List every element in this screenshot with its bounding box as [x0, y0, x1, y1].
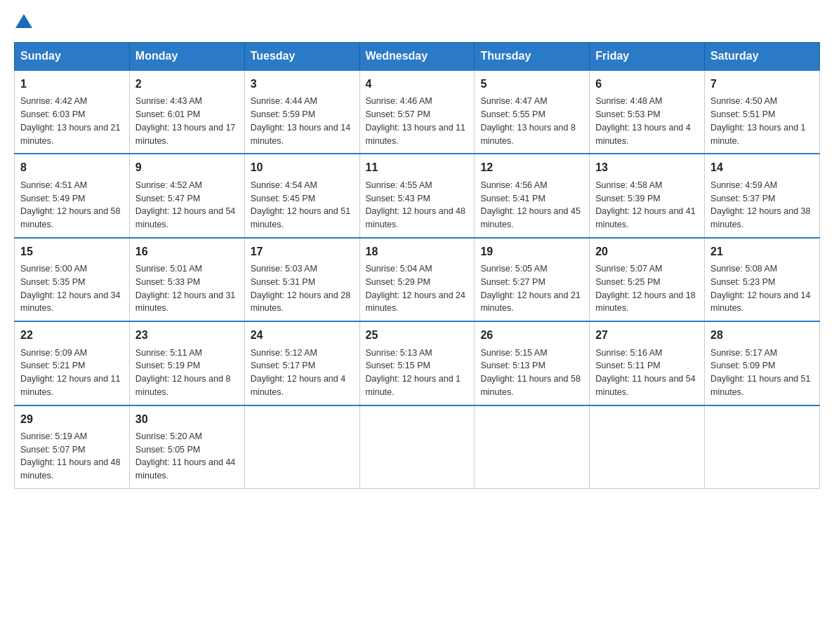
day-info: Sunrise: 4:48 AMSunset: 5:53 PMDaylight:…	[595, 96, 691, 145]
calendar-cell: 8 Sunrise: 4:51 AMSunset: 5:49 PMDayligh…	[15, 154, 130, 237]
calendar-cell	[244, 405, 359, 489]
day-number: 3	[251, 76, 354, 92]
calendar-cell: 2 Sunrise: 4:43 AMSunset: 6:01 PMDayligh…	[129, 70, 244, 154]
calendar-cell: 7 Sunrise: 4:50 AMSunset: 5:51 PMDayligh…	[705, 70, 820, 154]
header-sunday: Sunday	[15, 43, 130, 71]
day-number: 19	[480, 244, 583, 260]
header-friday: Friday	[590, 43, 705, 71]
day-number: 22	[20, 328, 124, 343]
day-number: 23	[135, 328, 239, 343]
calendar-cell: 13 Sunrise: 4:58 AMSunset: 5:39 PMDaylig…	[590, 154, 705, 237]
day-number: 25	[366, 328, 469, 343]
day-number: 30	[135, 412, 239, 427]
day-number: 17	[251, 244, 354, 260]
week-row-4: 22 Sunrise: 5:09 AMSunset: 5:21 PMDaylig…	[15, 321, 820, 405]
calendar-cell: 23 Sunrise: 5:11 AMSunset: 5:19 PMDaylig…	[129, 321, 244, 405]
calendar-cell	[475, 405, 590, 489]
day-info: Sunrise: 5:12 AMSunset: 5:17 PMDaylight:…	[251, 348, 346, 397]
day-number: 8	[20, 160, 124, 175]
day-info: Sunrise: 5:08 AMSunset: 5:23 PMDaylight:…	[710, 264, 810, 313]
day-number: 13	[595, 160, 699, 175]
week-row-5: 29 Sunrise: 5:19 AMSunset: 5:07 PMDaylig…	[15, 405, 820, 489]
calendar-cell: 30 Sunrise: 5:20 AMSunset: 5:05 PMDaylig…	[129, 405, 244, 489]
day-number: 9	[135, 160, 239, 175]
day-info: Sunrise: 4:54 AMSunset: 5:45 PMDaylight:…	[251, 180, 350, 229]
logo-triangle-icon	[15, 14, 32, 28]
calendar-cell: 12 Sunrise: 4:56 AMSunset: 5:41 PMDaylig…	[475, 154, 590, 237]
calendar-cell: 14 Sunrise: 4:59 AMSunset: 5:37 PMDaylig…	[705, 154, 820, 237]
week-row-2: 8 Sunrise: 4:51 AMSunset: 5:49 PMDayligh…	[15, 154, 820, 237]
calendar-cell: 28 Sunrise: 5:17 AMSunset: 5:09 PMDaylig…	[705, 321, 820, 405]
day-number: 14	[710, 160, 814, 175]
day-info: Sunrise: 5:01 AMSunset: 5:33 PMDaylight:…	[135, 264, 235, 313]
calendar-cell: 27 Sunrise: 5:16 AMSunset: 5:11 PMDaylig…	[590, 321, 705, 405]
day-number: 11	[366, 160, 469, 175]
day-number: 21	[710, 244, 814, 260]
calendar-cell: 1 Sunrise: 4:42 AMSunset: 6:03 PMDayligh…	[15, 70, 130, 154]
day-info: Sunrise: 5:00 AMSunset: 5:35 PMDaylight:…	[20, 264, 120, 313]
day-info: Sunrise: 4:55 AMSunset: 5:43 PMDaylight:…	[366, 180, 465, 229]
calendar-header-row: SundayMondayTuesdayWednesdayThursdayFrid…	[15, 43, 820, 71]
day-info: Sunrise: 5:11 AMSunset: 5:19 PMDaylight:…	[135, 348, 231, 397]
day-number: 12	[480, 160, 583, 175]
calendar-cell: 3 Sunrise: 4:44 AMSunset: 5:59 PMDayligh…	[244, 70, 359, 154]
calendar-cell: 19 Sunrise: 5:05 AMSunset: 5:27 PMDaylig…	[475, 238, 590, 321]
day-info: Sunrise: 4:59 AMSunset: 5:37 PMDaylight:…	[710, 180, 810, 229]
logo	[14, 14, 34, 28]
day-info: Sunrise: 4:51 AMSunset: 5:49 PMDaylight:…	[20, 180, 120, 229]
page-header	[14, 14, 820, 28]
calendar-cell	[590, 405, 705, 489]
calendar-cell: 11 Sunrise: 4:55 AMSunset: 5:43 PMDaylig…	[359, 154, 475, 237]
day-number: 6	[595, 76, 699, 92]
day-info: Sunrise: 4:47 AMSunset: 5:55 PMDaylight:…	[480, 96, 576, 145]
day-number: 24	[251, 328, 354, 343]
day-number: 2	[135, 76, 239, 92]
calendar-cell: 18 Sunrise: 5:04 AMSunset: 5:29 PMDaylig…	[359, 238, 475, 321]
calendar-cell: 22 Sunrise: 5:09 AMSunset: 5:21 PMDaylig…	[15, 321, 130, 405]
day-number: 15	[20, 244, 124, 260]
day-info: Sunrise: 4:43 AMSunset: 6:01 PMDaylight:…	[135, 96, 235, 145]
calendar-cell: 25 Sunrise: 5:13 AMSunset: 5:15 PMDaylig…	[359, 321, 475, 405]
day-info: Sunrise: 5:07 AMSunset: 5:25 PMDaylight:…	[595, 264, 695, 313]
calendar-cell: 16 Sunrise: 5:01 AMSunset: 5:33 PMDaylig…	[129, 238, 244, 321]
day-number: 26	[480, 328, 583, 343]
calendar-cell: 20 Sunrise: 5:07 AMSunset: 5:25 PMDaylig…	[590, 238, 705, 321]
day-info: Sunrise: 5:19 AMSunset: 5:07 PMDaylight:…	[20, 431, 120, 481]
day-info: Sunrise: 4:58 AMSunset: 5:39 PMDaylight:…	[595, 180, 695, 229]
calendar-cell: 15 Sunrise: 5:00 AMSunset: 5:35 PMDaylig…	[15, 238, 130, 321]
day-info: Sunrise: 5:09 AMSunset: 5:21 PMDaylight:…	[20, 348, 120, 397]
day-info: Sunrise: 5:20 AMSunset: 5:05 PMDaylight:…	[135, 431, 235, 481]
day-info: Sunrise: 5:16 AMSunset: 5:11 PMDaylight:…	[595, 348, 695, 397]
day-number: 27	[595, 328, 699, 343]
day-number: 16	[135, 244, 239, 260]
day-info: Sunrise: 4:52 AMSunset: 5:47 PMDaylight:…	[135, 180, 235, 229]
day-info: Sunrise: 4:46 AMSunset: 5:57 PMDaylight:…	[366, 96, 465, 145]
calendar-cell: 17 Sunrise: 5:03 AMSunset: 5:31 PMDaylig…	[244, 238, 359, 321]
calendar-cell: 21 Sunrise: 5:08 AMSunset: 5:23 PMDaylig…	[705, 238, 820, 321]
calendar-cell: 4 Sunrise: 4:46 AMSunset: 5:57 PMDayligh…	[359, 70, 475, 154]
day-info: Sunrise: 5:04 AMSunset: 5:29 PMDaylight:…	[366, 264, 465, 313]
day-info: Sunrise: 4:50 AMSunset: 5:51 PMDaylight:…	[710, 96, 806, 145]
calendar-cell: 6 Sunrise: 4:48 AMSunset: 5:53 PMDayligh…	[590, 70, 705, 154]
day-number: 5	[480, 76, 583, 92]
header-monday: Monday	[129, 43, 244, 71]
calendar-cell: 10 Sunrise: 4:54 AMSunset: 5:45 PMDaylig…	[244, 154, 359, 237]
day-number: 10	[251, 160, 354, 175]
day-number: 7	[710, 76, 814, 92]
calendar-cell: 24 Sunrise: 5:12 AMSunset: 5:17 PMDaylig…	[244, 321, 359, 405]
header-wednesday: Wednesday	[359, 43, 475, 71]
day-number: 20	[595, 244, 699, 260]
header-saturday: Saturday	[705, 43, 820, 71]
day-number: 18	[366, 244, 469, 260]
day-info: Sunrise: 5:13 AMSunset: 5:15 PMDaylight:…	[366, 348, 461, 397]
calendar-cell: 9 Sunrise: 4:52 AMSunset: 5:47 PMDayligh…	[129, 154, 244, 237]
header-tuesday: Tuesday	[244, 43, 359, 71]
day-info: Sunrise: 4:42 AMSunset: 6:03 PMDaylight:…	[20, 96, 120, 145]
calendar-cell: 26 Sunrise: 5:15 AMSunset: 5:13 PMDaylig…	[475, 321, 590, 405]
day-info: Sunrise: 5:03 AMSunset: 5:31 PMDaylight:…	[251, 264, 350, 313]
day-number: 28	[710, 328, 814, 343]
day-info: Sunrise: 4:44 AMSunset: 5:59 PMDaylight:…	[251, 96, 350, 145]
day-number: 4	[366, 76, 469, 92]
header-thursday: Thursday	[475, 43, 590, 71]
calendar-cell	[359, 405, 475, 489]
